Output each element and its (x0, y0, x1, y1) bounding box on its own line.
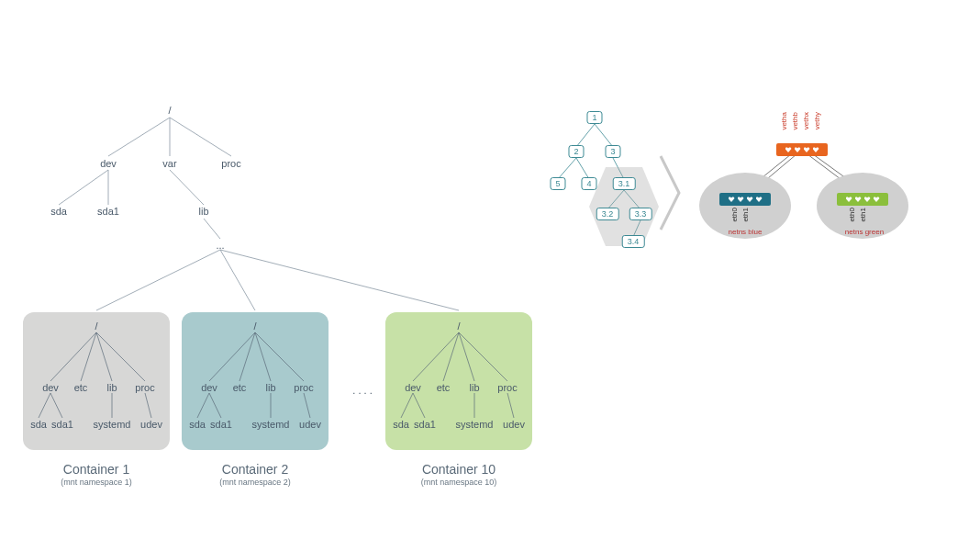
port-icon (855, 197, 862, 202)
svg-line-11 (595, 124, 613, 147)
c10-root: / (457, 320, 460, 332)
c1-sub: (mnt namespace 1) (23, 478, 170, 487)
blue-switch (719, 193, 771, 206)
svg-line-3 (59, 170, 108, 205)
vethx-label: vethx (802, 112, 810, 129)
fs-sda1: sda1 (97, 206, 119, 217)
svg-line-0 (108, 118, 170, 156)
c1-udev: udev (140, 419, 162, 430)
c2-sub: (mnt namespace 2) (182, 478, 329, 487)
svg-line-10 (576, 124, 595, 147)
port-icon (846, 197, 852, 202)
fs-var: var (162, 158, 176, 169)
port-icon (785, 147, 792, 152)
fs-ellipsis: ... (216, 240, 224, 251)
svg-line-8 (220, 250, 255, 310)
pid-3-3: 3.3 (629, 208, 652, 220)
blue-eth1-label: eth1 (741, 208, 750, 222)
c1-systemd: systemd (94, 419, 131, 430)
pid-2: 2 (568, 145, 584, 158)
green-eth1-label: eth1 (859, 208, 867, 222)
c10-sda1: sda1 (414, 419, 436, 430)
port-icon (813, 147, 819, 152)
c2-title: Container 2 (182, 462, 329, 477)
c10-systemd: systemd (456, 419, 494, 430)
port-icon (738, 197, 744, 202)
c2-udev: udev (299, 419, 321, 430)
c10-etc: etc (437, 382, 451, 393)
fs-proc: proc (221, 158, 240, 169)
c1-dev: dev (42, 382, 59, 393)
svg-line-6 (204, 219, 220, 239)
vethy-label: vethy (813, 112, 821, 129)
vethb-label: vethb (791, 112, 799, 130)
c2-sda1: sda1 (210, 419, 232, 430)
c2-proc: proc (294, 382, 313, 393)
port-icon (795, 147, 801, 152)
fs-sda: sda (50, 206, 67, 217)
svg-line-12 (558, 158, 576, 179)
svg-line-7 (96, 250, 220, 310)
c2-root: / (253, 320, 256, 332)
fs-lib: lib (198, 206, 208, 217)
pid-4: 4 (581, 177, 596, 190)
pid-3-1: 3.1 (613, 177, 636, 190)
fs-root: / (168, 105, 171, 116)
c1-title: Container 1 (23, 462, 170, 477)
c1-etc: etc (74, 382, 88, 393)
port-icon (729, 197, 735, 202)
svg-line-13 (576, 158, 589, 179)
c10-sub: (mnt namespace 10) (385, 478, 532, 487)
fs-dev: dev (100, 158, 117, 169)
c1-lib: lib (106, 382, 117, 393)
c10-lib: lib (469, 382, 479, 393)
svg-line-5 (170, 170, 204, 205)
port-icon (874, 197, 880, 202)
port-icon (756, 197, 763, 202)
c2-sda: sda (189, 419, 206, 430)
c2-etc: etc (233, 382, 247, 393)
c1-sda1: sda1 (51, 419, 73, 430)
c10-sda: sda (393, 419, 409, 430)
c10-dev: dev (405, 382, 421, 393)
c10-title: Container 10 (385, 462, 532, 477)
c2-dev: dev (201, 382, 217, 393)
c1-sda: sda (30, 419, 47, 430)
pid-1: 1 (586, 111, 602, 124)
c1-root: / (95, 320, 97, 332)
port-icon (747, 197, 753, 202)
port-icon (864, 197, 871, 202)
blue-eth0-label: eth0 (730, 208, 739, 222)
container-gap: . . . . (352, 385, 372, 396)
svg-line-9 (220, 250, 459, 310)
netns-blue-label: netns blue (729, 228, 763, 236)
pid-5: 5 (550, 177, 565, 190)
pid-3-2: 3.2 (596, 208, 619, 220)
pid-3-4: 3.4 (622, 235, 645, 248)
c10-proc: proc (497, 382, 517, 393)
c1-proc: proc (135, 382, 154, 393)
c2-systemd: systemd (252, 419, 290, 430)
netns-green-label: netns green (845, 228, 884, 236)
green-switch (837, 193, 888, 206)
router-switch (776, 143, 828, 156)
c10-udev: udev (503, 419, 525, 430)
vetha-label: vetha (780, 112, 788, 130)
port-icon (804, 147, 810, 152)
pid-3: 3 (605, 145, 620, 158)
c2-lib: lib (265, 382, 275, 393)
green-eth0-label: eth0 (848, 208, 856, 222)
svg-line-2 (170, 118, 231, 156)
